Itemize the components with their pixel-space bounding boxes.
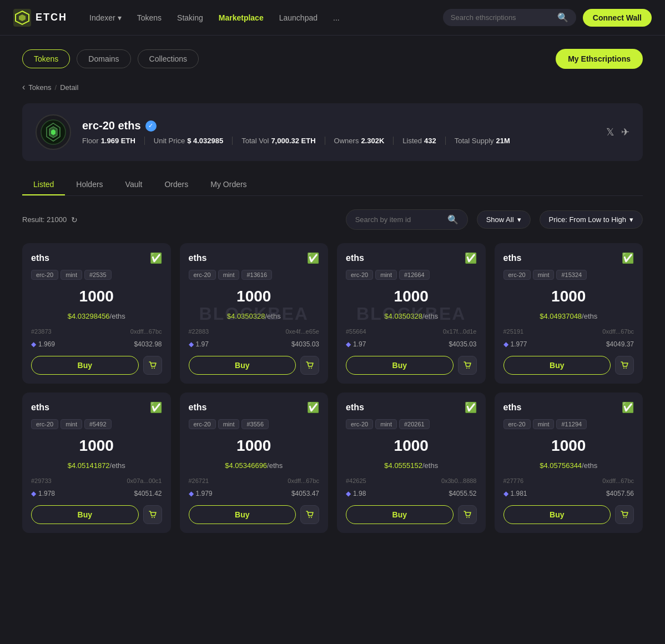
global-search[interactable]: 🔍 xyxy=(443,9,576,26)
svg-point-18 xyxy=(311,517,312,518)
card-owner-addr: 0xdff...67bc xyxy=(602,477,634,484)
item-search[interactable]: 🔍 xyxy=(346,209,468,230)
refresh-icon[interactable]: ↻ xyxy=(71,215,78,224)
card-price: $4.05141872/eths xyxy=(31,461,162,470)
token-logo-image xyxy=(40,119,67,145)
tab-domains[interactable]: Domains xyxy=(77,49,130,68)
card-usd-value: $4057.56 xyxy=(606,490,634,497)
eth-icon: ◆ xyxy=(189,340,194,348)
chevron-down-icon: ▾ xyxy=(629,215,633,224)
nav-staking[interactable]: Staking xyxy=(177,13,203,22)
card-tags: erc-20mint#13616 xyxy=(189,270,320,280)
card-amount: 1000 xyxy=(189,288,320,305)
show-all-button[interactable]: Show All ▾ xyxy=(477,210,531,229)
card-eth-amount: ◆ 1.981 xyxy=(503,490,527,497)
tab-orders[interactable]: Orders xyxy=(153,174,199,195)
breadcrumb: ‹ Tokens / Detail xyxy=(22,82,643,92)
nav-indexer[interactable]: Indexer ▾ xyxy=(89,13,122,22)
buy-button[interactable]: Buy xyxy=(346,356,454,375)
card-tag: #20261 xyxy=(399,419,430,429)
telegram-icon[interactable]: ✈ xyxy=(621,126,629,138)
cart-icon xyxy=(463,361,472,370)
nav-launchpad[interactable]: Launchpad xyxy=(279,13,318,22)
card-tags: erc-20mint#3556 xyxy=(189,419,320,429)
card-owner-addr: 0xdff...67bc xyxy=(130,328,162,335)
card-header: eths ✅ xyxy=(346,252,477,264)
twitter-icon[interactable]: 𝕏 xyxy=(606,126,614,138)
tab-holders[interactable]: Holders xyxy=(65,174,114,195)
card-eth-amount: ◆ 1.979 xyxy=(189,490,213,497)
tab-collections[interactable]: Collections xyxy=(138,49,199,68)
connect-wallet-button[interactable]: Connect Wall xyxy=(583,9,652,27)
card-item-id: #25191 xyxy=(503,328,524,335)
card-price: $4.03298456/eths xyxy=(31,312,162,320)
card-actions: Buy xyxy=(189,505,320,524)
cart-button[interactable] xyxy=(615,505,634,524)
verified-check-icon: ✅ xyxy=(622,252,634,264)
card-tag: #12664 xyxy=(399,270,430,280)
card-tag: mint xyxy=(61,419,82,429)
svg-point-22 xyxy=(626,517,627,518)
cart-button[interactable] xyxy=(458,505,477,524)
cart-button[interactable] xyxy=(458,356,477,375)
card-eth-row: ◆ 1.98 $4055.52 xyxy=(346,490,477,497)
tab-listed[interactable]: Listed xyxy=(22,174,65,195)
card-tag: erc-20 xyxy=(189,419,216,429)
card-meta: #42625 0x3b0...8888 xyxy=(346,477,477,484)
chevron-down-icon: ▾ xyxy=(517,215,521,224)
token-logo xyxy=(36,114,71,150)
buy-button[interactable]: Buy xyxy=(346,505,454,524)
token-stats: Floor 1.969 ETH Unit Price $ 4.032985 To… xyxy=(82,137,595,145)
cart-button[interactable] xyxy=(143,356,162,375)
tab-my-orders[interactable]: My Orders xyxy=(199,174,258,195)
buy-button[interactable]: Buy xyxy=(503,356,611,375)
buy-button[interactable]: Buy xyxy=(189,356,296,375)
logo[interactable]: ETCH xyxy=(13,9,67,27)
cart-button[interactable] xyxy=(143,505,162,524)
svg-point-21 xyxy=(623,517,624,518)
card-tag: erc-20 xyxy=(346,419,373,429)
svg-point-16 xyxy=(154,517,155,518)
buy-button[interactable]: Buy xyxy=(31,356,139,375)
card-eth-row: ◆ 1.978 $4051.42 xyxy=(31,490,162,497)
cart-button[interactable] xyxy=(615,356,634,375)
token-name: erc-20 eths xyxy=(82,119,141,132)
tab-tokens[interactable]: Tokens xyxy=(22,49,70,68)
tab-vault[interactable]: Vault xyxy=(114,174,154,195)
verified-check-icon: ✅ xyxy=(307,252,319,264)
buy-button[interactable]: Buy xyxy=(503,505,611,524)
eth-icon: ◆ xyxy=(189,490,194,497)
card-amount: 1000 xyxy=(503,288,634,305)
card-usd-value: $4055.52 xyxy=(449,490,476,497)
card-name: eths xyxy=(346,253,364,263)
buy-button[interactable]: Buy xyxy=(189,505,296,524)
card-tag: erc-20 xyxy=(189,270,216,280)
back-icon[interactable]: ‹ xyxy=(22,82,25,92)
card-eth-amount: ◆ 1.97 xyxy=(346,340,366,348)
card-meta: #25191 0xdff...67bc xyxy=(503,328,634,335)
item-search-input[interactable] xyxy=(355,215,443,224)
breadcrumb-tokens[interactable]: Tokens xyxy=(28,83,51,92)
card-actions: Buy xyxy=(31,356,162,375)
card-name: eths xyxy=(31,253,49,263)
cart-button[interactable] xyxy=(300,356,319,375)
card-price: $4.0555152/eths xyxy=(346,461,477,470)
nav-more[interactable]: ... xyxy=(333,13,340,22)
cart-button[interactable] xyxy=(300,505,319,524)
buy-button[interactable]: Buy xyxy=(31,505,139,524)
my-ethscriptions-button[interactable]: My Ethscriptions xyxy=(556,49,643,69)
svg-point-7 xyxy=(152,368,153,369)
nav-tokens[interactable]: Tokens xyxy=(137,13,162,22)
card-tag: mint xyxy=(61,270,82,280)
card-name: eths xyxy=(503,253,522,263)
nav-marketplace[interactable]: Marketplace xyxy=(219,13,264,22)
card-meta: #23873 0xdff...67bc xyxy=(31,328,162,335)
card-header: eths ✅ xyxy=(189,252,320,264)
card-usd-value: $4032.98 xyxy=(134,340,162,348)
card-owner-addr: 0x17f...0d1e xyxy=(443,328,477,335)
card-tag: mint xyxy=(375,419,397,429)
svg-point-10 xyxy=(311,368,312,369)
svg-point-13 xyxy=(623,368,624,369)
sort-button[interactable]: Price: From Low to High ▾ xyxy=(540,210,643,229)
global-search-input[interactable] xyxy=(451,13,553,22)
